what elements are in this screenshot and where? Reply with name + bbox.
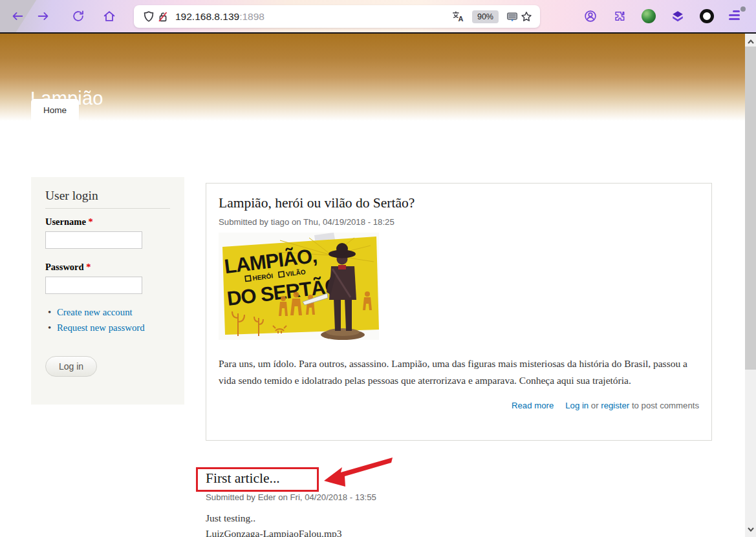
request-password-link[interactable]: Request new password xyxy=(57,322,145,333)
url-port: :1898 xyxy=(239,11,265,22)
translate-icon[interactable]: A xyxy=(451,10,466,24)
site-header: Lampião Home xyxy=(0,34,745,121)
article-teaser-lampiao: Lampião, herói ou vilão do Sertão? Submi… xyxy=(206,183,712,441)
url-bar[interactable]: 192.168.8.139:1898 A 90% xyxy=(134,5,540,28)
user-login-block: User login Username * Password * Create … xyxy=(31,177,184,405)
log-in-link[interactable]: Log in xyxy=(565,401,589,410)
url-text: 192.168.8.139:1898 xyxy=(175,11,265,23)
extension-purple-diamond-icon[interactable] xyxy=(671,9,685,23)
password-input[interactable] xyxy=(45,277,142,294)
page-content: Lampião Home User login Username * Passw… xyxy=(0,34,745,537)
required-marker: * xyxy=(88,216,92,227)
article-footer-links: Read moreLog in or register to post comm… xyxy=(219,401,699,410)
menu-icon[interactable] xyxy=(729,9,743,23)
back-icon[interactable] xyxy=(10,9,25,23)
article-submitted: Submitted by Eder on Fri, 04/20/2018 - 1… xyxy=(206,492,712,502)
scrollbar-thumb[interactable] xyxy=(745,47,756,370)
shield-icon[interactable] xyxy=(142,10,156,24)
screenshot-device-icon[interactable] xyxy=(505,10,519,24)
extension-black-ring-icon[interactable] xyxy=(700,9,714,23)
post-comments-text: to post comments xyxy=(632,401,699,410)
article-body-line: Just testing.. xyxy=(206,511,712,526)
page-scrollbar[interactable] xyxy=(745,34,756,537)
list-item: Create new account xyxy=(48,307,170,318)
register-link[interactable]: register xyxy=(601,401,629,410)
article-body: Para uns, um ídolo. Para outros, assassi… xyxy=(219,355,701,389)
account-icon[interactable] xyxy=(583,9,598,23)
read-more-link[interactable]: Read more xyxy=(512,401,554,410)
tab-home[interactable]: Home xyxy=(31,99,79,121)
username-label: Username * xyxy=(45,216,170,227)
or-text: or xyxy=(591,401,599,410)
article-teaser-first-article: First article... Submitted by Eder on Fr… xyxy=(206,470,712,537)
login-links: Create new account Request new password xyxy=(48,307,170,333)
scroll-up-icon[interactable] xyxy=(745,36,756,47)
password-label: Password * xyxy=(45,262,170,273)
zoom-level-badge[interactable]: 90% xyxy=(472,10,499,23)
article-poster-image: LAMPIÃO, HERÓI VILÃO DO SERTÃO xyxy=(219,233,379,340)
insecure-lock-icon[interactable] xyxy=(156,10,170,24)
svg-text:A: A xyxy=(459,15,464,23)
extension-green-orb-icon[interactable] xyxy=(642,9,656,23)
bookmark-star-icon[interactable] xyxy=(519,10,534,24)
article-title[interactable]: Lampião, herói ou vilão do Sertão? xyxy=(219,195,699,211)
home-icon[interactable] xyxy=(102,9,116,23)
login-block-title: User login xyxy=(45,189,170,209)
scroll-down-icon[interactable] xyxy=(745,524,756,534)
reload-icon[interactable] xyxy=(71,9,85,23)
browser-toolbar: 192.168.8.139:1898 A 90% xyxy=(0,0,756,34)
username-input[interactable] xyxy=(45,231,142,249)
required-marker: * xyxy=(86,262,91,272)
login-button[interactable]: Log in xyxy=(45,356,97,377)
article-title[interactable]: First article... xyxy=(206,470,712,487)
list-item: Request new password xyxy=(48,322,170,333)
extensions-puzzle-icon[interactable] xyxy=(612,9,627,23)
forward-icon[interactable] xyxy=(36,9,50,23)
article-body-line: LuizGonzaga-LampiaoFalou.mp3 xyxy=(206,526,712,537)
menu-notification-dot xyxy=(740,6,746,12)
create-account-link[interactable]: Create new account xyxy=(57,307,133,317)
article-submitted: Submitted by tiago on Thu, 04/19/2018 - … xyxy=(219,217,699,227)
